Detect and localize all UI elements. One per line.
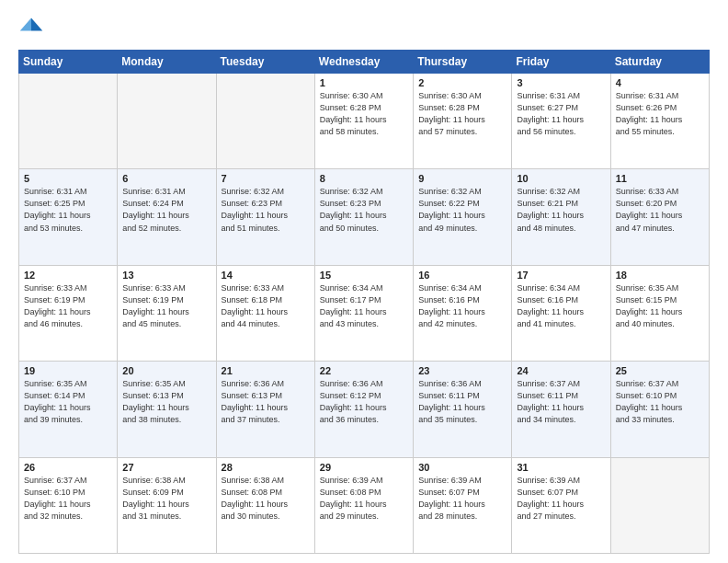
calendar-cell: 16Sunrise: 6:34 AM Sunset: 6:16 PM Dayli…	[414, 265, 512, 361]
day-info: Sunrise: 6:36 AM Sunset: 6:12 PM Dayligh…	[320, 378, 408, 426]
day-info: Sunrise: 6:37 AM Sunset: 6:11 PM Dayligh…	[517, 378, 605, 426]
day-number: 1	[320, 77, 408, 88]
day-info: Sunrise: 6:32 AM Sunset: 6:23 PM Dayligh…	[222, 186, 310, 234]
day-number: 22	[320, 365, 408, 376]
day-info: Sunrise: 6:30 AM Sunset: 6:28 PM Dayligh…	[418, 90, 506, 138]
calendar-cell	[118, 74, 216, 169]
day-number: 10	[517, 173, 605, 184]
calendar-cell	[610, 457, 709, 553]
calendar-cell: 19Sunrise: 6:35 AM Sunset: 6:14 PM Dayli…	[19, 362, 118, 457]
calendar-week-row: 5Sunrise: 6:31 AM Sunset: 6:25 PM Daylig…	[19, 169, 710, 265]
day-info: Sunrise: 6:31 AM Sunset: 6:27 PM Dayligh…	[517, 90, 605, 138]
day-info: Sunrise: 6:32 AM Sunset: 6:23 PM Dayligh…	[320, 186, 408, 234]
day-number: 28	[222, 462, 310, 473]
day-info: Sunrise: 6:39 AM Sunset: 6:08 PM Dayligh…	[320, 475, 408, 523]
calendar-cell: 31Sunrise: 6:39 AM Sunset: 6:07 PM Dayli…	[512, 457, 610, 553]
calendar-cell: 22Sunrise: 6:36 AM Sunset: 6:12 PM Dayli…	[314, 362, 413, 457]
day-info: Sunrise: 6:31 AM Sunset: 6:24 PM Dayligh…	[122, 186, 210, 234]
svg-marker-1	[20, 18, 31, 31]
day-number: 29	[320, 462, 408, 473]
day-number: 5	[24, 173, 112, 184]
day-info: Sunrise: 6:39 AM Sunset: 6:07 PM Dayligh…	[418, 475, 506, 523]
day-number: 23	[418, 365, 506, 376]
calendar-cell: 30Sunrise: 6:39 AM Sunset: 6:07 PM Dayli…	[414, 457, 512, 553]
day-info: Sunrise: 6:35 AM Sunset: 6:14 PM Dayligh…	[24, 378, 112, 426]
day-info: Sunrise: 6:35 AM Sunset: 6:13 PM Dayligh…	[122, 378, 210, 426]
day-number: 13	[122, 270, 210, 281]
calendar-cell: 4Sunrise: 6:31 AM Sunset: 6:26 PM Daylig…	[610, 74, 709, 169]
svg-marker-0	[31, 18, 42, 31]
calendar-cell	[19, 74, 118, 169]
calendar-cell: 24Sunrise: 6:37 AM Sunset: 6:11 PM Dayli…	[512, 362, 610, 457]
day-number: 20	[122, 365, 210, 376]
calendar-cell: 25Sunrise: 6:37 AM Sunset: 6:10 PM Dayli…	[610, 362, 709, 457]
calendar-header-wednesday: Wednesday	[314, 51, 413, 74]
calendar-header-monday: Monday	[118, 51, 216, 74]
calendar-cell: 14Sunrise: 6:33 AM Sunset: 6:18 PM Dayli…	[216, 265, 314, 361]
day-number: 24	[517, 365, 605, 376]
day-number: 12	[24, 270, 112, 281]
day-number: 15	[320, 270, 408, 281]
logo-icon	[18, 15, 44, 40]
day-info: Sunrise: 6:38 AM Sunset: 6:08 PM Dayligh…	[222, 475, 310, 523]
day-number: 9	[418, 173, 506, 184]
day-info: Sunrise: 6:32 AM Sunset: 6:22 PM Dayligh…	[418, 186, 506, 234]
calendar-cell: 12Sunrise: 6:33 AM Sunset: 6:19 PM Dayli…	[19, 265, 118, 361]
day-number: 30	[418, 462, 506, 473]
calendar-cell: 27Sunrise: 6:38 AM Sunset: 6:09 PM Dayli…	[118, 457, 216, 553]
calendar-cell: 1Sunrise: 6:30 AM Sunset: 6:28 PM Daylig…	[314, 74, 413, 169]
page: SundayMondayTuesdayWednesdayThursdayFrid…	[0, 0, 728, 563]
calendar-cell: 13Sunrise: 6:33 AM Sunset: 6:19 PM Dayli…	[118, 265, 216, 361]
day-info: Sunrise: 6:34 AM Sunset: 6:17 PM Dayligh…	[320, 282, 408, 330]
day-number: 27	[122, 462, 210, 473]
day-info: Sunrise: 6:33 AM Sunset: 6:20 PM Dayligh…	[616, 186, 704, 234]
day-number: 14	[222, 270, 310, 281]
day-info: Sunrise: 6:33 AM Sunset: 6:19 PM Dayligh…	[122, 282, 210, 330]
day-info: Sunrise: 6:37 AM Sunset: 6:10 PM Dayligh…	[616, 378, 704, 426]
calendar-cell: 7Sunrise: 6:32 AM Sunset: 6:23 PM Daylig…	[216, 169, 314, 265]
day-info: Sunrise: 6:33 AM Sunset: 6:18 PM Dayligh…	[222, 282, 310, 330]
day-info: Sunrise: 6:34 AM Sunset: 6:16 PM Dayligh…	[517, 282, 605, 330]
day-number: 3	[517, 77, 605, 88]
calendar-header-thursday: Thursday	[414, 51, 512, 74]
day-number: 26	[24, 462, 112, 473]
day-number: 6	[122, 173, 210, 184]
calendar-cell: 2Sunrise: 6:30 AM Sunset: 6:28 PM Daylig…	[414, 74, 512, 169]
day-info: Sunrise: 6:36 AM Sunset: 6:11 PM Dayligh…	[418, 378, 506, 426]
header	[18, 15, 710, 40]
calendar-cell: 15Sunrise: 6:34 AM Sunset: 6:17 PM Dayli…	[314, 265, 413, 361]
day-info: Sunrise: 6:31 AM Sunset: 6:26 PM Dayligh…	[616, 90, 704, 138]
calendar-table: SundayMondayTuesdayWednesdayThursdayFrid…	[18, 50, 710, 554]
calendar-cell: 26Sunrise: 6:37 AM Sunset: 6:10 PM Dayli…	[19, 457, 118, 553]
day-info: Sunrise: 6:31 AM Sunset: 6:25 PM Dayligh…	[24, 186, 112, 234]
day-info: Sunrise: 6:30 AM Sunset: 6:28 PM Dayligh…	[320, 90, 408, 138]
day-number: 2	[418, 77, 506, 88]
day-info: Sunrise: 6:39 AM Sunset: 6:07 PM Dayligh…	[517, 475, 605, 523]
calendar-header-saturday: Saturday	[610, 51, 709, 74]
day-info: Sunrise: 6:36 AM Sunset: 6:13 PM Dayligh…	[222, 378, 310, 426]
calendar-header-row: SundayMondayTuesdayWednesdayThursdayFrid…	[19, 51, 710, 74]
calendar-cell: 20Sunrise: 6:35 AM Sunset: 6:13 PM Dayli…	[118, 362, 216, 457]
day-info: Sunrise: 6:33 AM Sunset: 6:19 PM Dayligh…	[24, 282, 112, 330]
day-info: Sunrise: 6:32 AM Sunset: 6:21 PM Dayligh…	[517, 186, 605, 234]
calendar-week-row: 12Sunrise: 6:33 AM Sunset: 6:19 PM Dayli…	[19, 265, 710, 361]
calendar-header-sunday: Sunday	[19, 51, 118, 74]
calendar-week-row: 26Sunrise: 6:37 AM Sunset: 6:10 PM Dayli…	[19, 457, 710, 553]
day-info: Sunrise: 6:38 AM Sunset: 6:09 PM Dayligh…	[122, 475, 210, 523]
day-number: 17	[517, 270, 605, 281]
calendar-cell: 18Sunrise: 6:35 AM Sunset: 6:15 PM Dayli…	[610, 265, 709, 361]
logo	[18, 15, 48, 40]
day-number: 19	[24, 365, 112, 376]
calendar-week-row: 1Sunrise: 6:30 AM Sunset: 6:28 PM Daylig…	[19, 74, 710, 169]
calendar-cell: 9Sunrise: 6:32 AM Sunset: 6:22 PM Daylig…	[414, 169, 512, 265]
day-number: 18	[616, 270, 704, 281]
calendar-cell: 29Sunrise: 6:39 AM Sunset: 6:08 PM Dayli…	[314, 457, 413, 553]
day-number: 11	[616, 173, 704, 184]
calendar-cell	[216, 74, 314, 169]
calendar-cell: 23Sunrise: 6:36 AM Sunset: 6:11 PM Dayli…	[414, 362, 512, 457]
calendar-cell: 11Sunrise: 6:33 AM Sunset: 6:20 PM Dayli…	[610, 169, 709, 265]
day-number: 25	[616, 365, 704, 376]
calendar-header-tuesday: Tuesday	[216, 51, 314, 74]
calendar-week-row: 19Sunrise: 6:35 AM Sunset: 6:14 PM Dayli…	[19, 362, 710, 457]
day-info: Sunrise: 6:37 AM Sunset: 6:10 PM Dayligh…	[24, 475, 112, 523]
